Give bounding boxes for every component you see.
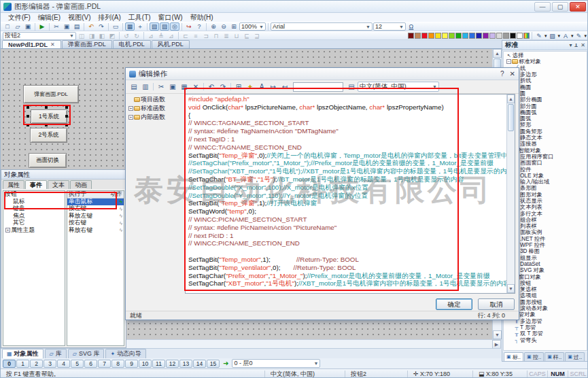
print-icon[interactable]: ▭ <box>111 22 120 31</box>
script-icon[interactable]: ▤ <box>128 82 139 92</box>
event-tree-item[interactable]: +属性主题 <box>3 227 65 235</box>
menu-item[interactable]: 工具(T) <box>125 13 154 22</box>
function-group[interactable]: 项目函数 <box>128 95 184 104</box>
pan-icon[interactable]: ＋ <box>135 22 145 31</box>
delete-icon[interactable]: ✕ <box>190 82 201 92</box>
grid-icon[interactable]: ▦ <box>125 22 135 31</box>
panel-tab[interactable]: ▱SVG 库 <box>68 349 105 358</box>
color-swatch[interactable] <box>517 33 523 39</box>
run-icon[interactable]: ▶ <box>37 22 47 31</box>
chevron-down-icon[interactable]: ▾ <box>544 33 547 39</box>
font-size-select[interactable]: 12▼ <box>373 22 406 31</box>
cut-icon[interactable]: ✂ <box>52 22 61 31</box>
charset-button[interactable]: Ω <box>407 22 416 31</box>
undo-icon[interactable]: ↶ <box>206 82 217 92</box>
align-top-icon[interactable]: ⊓ <box>211 32 221 40</box>
char-icon[interactable]: A <box>256 82 267 92</box>
chevron-down-icon[interactable]: ▾ <box>571 33 574 39</box>
layer-button[interactable]: 14 <box>193 360 206 368</box>
color-swatch[interactable] <box>408 33 414 39</box>
scripts-icon[interactable]: ▥ <box>140 82 151 92</box>
close-tab-icon[interactable]: ✕ <box>50 41 55 48</box>
color-swatch[interactable] <box>489 33 496 39</box>
layer-button[interactable]: 3 <box>44 360 56 368</box>
color-swatch[interactable] <box>462 33 468 39</box>
color-swatch[interactable] <box>435 33 441 39</box>
layer-button[interactable]: 2 <box>30 360 43 368</box>
selection-handle[interactable] <box>45 124 48 126</box>
layer-button[interactable]: 13 <box>179 360 192 368</box>
zoom-out-icon[interactable]: ⊖ <box>219 22 228 31</box>
palette-item-选择[interactable]: ↖选择 <box>504 52 587 58</box>
text-rotate-icon[interactable]: ⊿ <box>146 32 156 40</box>
fill-color-tool[interactable]: ▨ <box>547 32 557 40</box>
paste-icon[interactable]: ▤ <box>72 22 82 31</box>
rotate-left-icon[interactable]: ↺ <box>122 32 131 40</box>
menu-item[interactable]: 视图(V) <box>65 13 94 22</box>
same-width-icon[interactable]: ⊑ <box>242 32 252 40</box>
panel-tab[interactable]: ▦对象属性 <box>2 349 44 358</box>
color-swatch[interactable] <box>415 33 421 39</box>
menu-item[interactable]: 帮助(H) <box>187 13 217 22</box>
selection-handle[interactable] <box>65 115 68 118</box>
layer-button[interactable]: 5 <box>71 360 84 368</box>
font-select[interactable]: Arial▼ <box>271 22 373 31</box>
fill-window-icon[interactable]: ◨ <box>87 32 97 40</box>
palette-item-T 形管[interactable]: ┬T 形管 <box>504 324 587 330</box>
layer-button[interactable]: 15 <box>207 360 220 368</box>
palette-item-管弯头[interactable]: ┐管弯头 <box>504 337 587 343</box>
open-icon[interactable]: ▱ <box>13 22 22 31</box>
redo-icon[interactable]: ↷ <box>218 82 228 92</box>
camera-icon[interactable]: ◎ <box>170 22 179 31</box>
pin-icon[interactable]: T <box>574 42 578 48</box>
dialog-title-bar[interactable]: 编辑操作 ? ✕ <box>126 68 519 80</box>
expand-icon[interactable]: + <box>5 228 10 233</box>
action-lightning-icon[interactable]: ϟ <box>120 206 122 212</box>
palette-item-双 T 形管[interactable]: ╥双 T 形管 <box>504 330 587 337</box>
goto-in-icon[interactable]: ↦ <box>268 82 279 92</box>
chevron-down-icon[interactable]: ▾ <box>584 33 587 39</box>
help-icon[interactable]: ? <box>500 70 504 78</box>
rotate-right-icon[interactable]: ↻ <box>132 32 141 40</box>
layer-button[interactable]: 10 <box>139 360 152 368</box>
canvas-button[interactable]: 画面切换 <box>29 153 67 168</box>
menu-item[interactable]: 编辑(E) <box>35 13 64 22</box>
layer-button[interactable]: 12 <box>166 360 179 368</box>
layer-button[interactable]: 0 <box>3 360 16 368</box>
fill-object-icon[interactable]: ◫ <box>77 32 86 40</box>
copy-icon[interactable]: ▣ <box>167 82 178 92</box>
scroll-down-icon[interactable]: ▼ <box>493 330 502 339</box>
pictures-icon[interactable]: ▨ <box>160 22 169 31</box>
document-tab[interactable]: 风机.PDL <box>152 40 190 48</box>
action-lightning-icon[interactable]: ϟ <box>120 213 122 219</box>
display-level-icon[interactable]: ◧ <box>97 32 107 40</box>
zoom-select[interactable]: 100%▼ <box>239 22 266 31</box>
help-icon[interactable]: ? <box>194 22 204 31</box>
undo-icon[interactable]: ↶ <box>86 22 96 31</box>
quick-style-tool[interactable]: ✎ <box>574 32 583 40</box>
library-icon[interactable]: ▧ <box>150 22 159 31</box>
action-lightning-icon[interactable]: ϟ <box>120 220 122 226</box>
tab-动画[interactable]: 动画 <box>70 180 92 189</box>
tab-文本[interactable]: 文本 <box>48 180 69 189</box>
selection-handle[interactable] <box>27 106 29 109</box>
selection-handle[interactable] <box>65 124 68 126</box>
layer-button[interactable]: 6 <box>84 360 97 368</box>
tag-browser-icon[interactable]: ⊞ <box>233 82 244 92</box>
panel-tab[interactable]: ▱库 <box>45 349 67 358</box>
align-right-icon[interactable]: ⊐ <box>201 32 211 40</box>
chevron-down-icon[interactable]: ▾ <box>569 42 572 48</box>
selection-handle[interactable] <box>27 124 29 126</box>
document-tab[interactable]: 弹窗画面.PDL <box>62 40 112 48</box>
color-swatch[interactable] <box>455 33 462 39</box>
color-swatch[interactable] <box>496 33 502 39</box>
tab-属性[interactable]: 属性 <box>3 180 24 189</box>
code-text[interactable]: #include "apdefap.h"void OnClick(char* l… <box>186 94 506 293</box>
zoom-in-icon[interactable]: ⊕ <box>209 22 218 31</box>
expand-icon[interactable]: + <box>128 115 133 120</box>
cancel-button[interactable]: 取消 <box>478 298 515 310</box>
collapse-icon[interactable]: − <box>506 59 511 64</box>
menu-item[interactable]: 排列(A) <box>94 13 124 22</box>
canvas-button[interactable]: 2号系统 <box>30 128 67 143</box>
scroll-up-icon[interactable]: ▲ <box>493 49 502 58</box>
